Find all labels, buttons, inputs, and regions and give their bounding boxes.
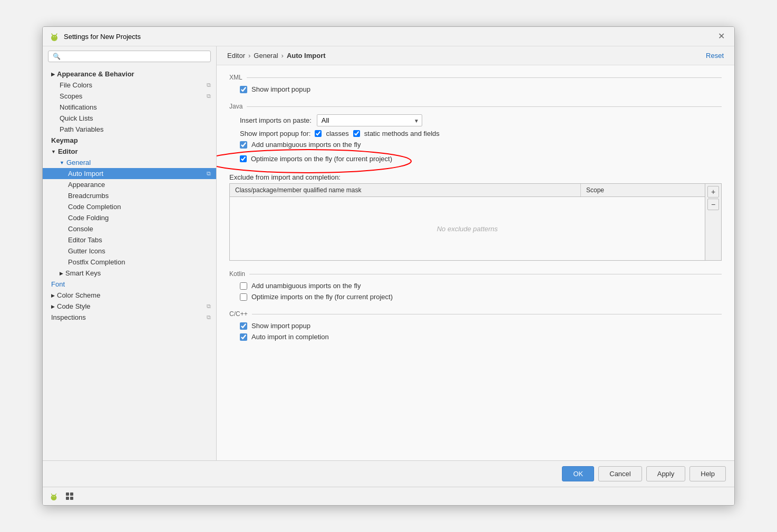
sidebar-item-code-completion[interactable]: Code Completion [43, 201, 216, 212]
copy-icon: ⧉ [207, 314, 211, 321]
insert-imports-label: Insert imports on paste: [240, 116, 312, 124]
svg-line-4 [52, 34, 53, 35]
sidebar-item-font[interactable]: Font [43, 279, 216, 290]
tree-arrow: ▶ [51, 304, 55, 309]
svg-line-11 [52, 494, 53, 496]
settings-dialog: Settings for New Projects ✕ 🔍 ▶ Appearan… [42, 26, 735, 506]
tree-arrow: ▼ [60, 160, 64, 165]
sidebar-item-quick-lists[interactable]: Quick Lists [43, 113, 216, 124]
exclude-section: Exclude from import and completion: Clas… [229, 173, 722, 261]
sidebar-item-file-colors[interactable]: File Colors ⧉ [43, 80, 216, 91]
android-icon-bottom [49, 491, 59, 501]
sidebar-item-auto-import[interactable]: Auto Import ⧉ [43, 168, 216, 179]
sidebar-item-path-variables[interactable]: Path Variables [43, 124, 216, 135]
search-input[interactable] [64, 53, 206, 60]
grid-icon-svg [65, 492, 74, 500]
svg-rect-13 [66, 492, 69, 496]
sidebar-item-editor-tabs[interactable]: Editor Tabs [43, 234, 216, 245]
cpp-show-popup-checkbox[interactable] [240, 322, 247, 330]
classes-label[interactable]: classes [326, 130, 348, 137]
footer-area: OK Cancel Apply Help [43, 460, 734, 505]
kotlin-add-unambiguous-checkbox[interactable] [240, 282, 247, 290]
sidebar-item-gutter-icons[interactable]: Gutter Icons [43, 245, 216, 257]
breadcrumb: Editor › General › Auto Import [227, 52, 326, 60]
kotlin-section: Kotlin Add unambiguous imports on the fl… [229, 270, 722, 301]
sidebar-item-scopes[interactable]: Scopes ⧉ [43, 91, 216, 102]
grid-icon[interactable] [64, 490, 75, 502]
show-popup-row: Show import popup for: classes static me… [240, 130, 722, 137]
android-bottom-icon[interactable] [48, 490, 60, 502]
xml-show-import-popup-row: Show import popup [240, 85, 722, 93]
sidebar-item-inspections[interactable]: Inspections ⧉ [43, 312, 216, 323]
table-body: No exclude patterns [230, 197, 705, 260]
svg-rect-16 [70, 497, 73, 500]
svg-rect-9 [53, 496, 53, 497]
sidebar-item-appearance-behavior[interactable]: ▶ Appearance & Behavior [43, 68, 216, 80]
col-name-mask: Class/package/member qualified name mask [230, 184, 581, 196]
help-button[interactable]: Help [689, 466, 726, 481]
add-exclude-button[interactable]: + [707, 186, 719, 198]
svg-rect-1 [52, 35, 56, 39]
java-add-unambiguous-label[interactable]: Add unambiguous imports on the fly [251, 141, 361, 149]
sidebar-item-appearance[interactable]: Appearance [43, 179, 216, 190]
sidebar-item-general[interactable]: ▼ General [43, 157, 216, 168]
sidebar-item-code-style[interactable]: ▶ Code Style ⧉ [43, 301, 216, 312]
classes-checkbox[interactable] [315, 130, 322, 137]
copy-icon: ⧉ [207, 303, 211, 310]
col-scope: Scope [581, 184, 705, 196]
svg-line-12 [55, 494, 56, 496]
cpp-auto-import-checkbox[interactable] [240, 333, 247, 341]
sidebar-item-breadcrumbs[interactable]: Breadcrumbs [43, 190, 216, 201]
cpp-auto-import-label[interactable]: Auto import in completion [251, 333, 329, 341]
java-add-unambiguous-checkbox[interactable] [240, 141, 247, 149]
xml-show-import-popup-label[interactable]: Show import popup [251, 85, 310, 93]
content-body: XML Show import popup Java Insert import… [217, 65, 734, 460]
reset-button[interactable]: Reset [706, 52, 724, 60]
apply-button[interactable]: Apply [646, 466, 686, 481]
table-buttons: + − [705, 184, 721, 260]
static-methods-label[interactable]: static methods and fields [364, 130, 440, 137]
sidebar-item-postfix-completion[interactable]: Postfix Completion [43, 257, 216, 268]
sidebar-item-keymap[interactable]: Keymap [43, 135, 216, 146]
titlebar-left: Settings for New Projects [49, 31, 141, 42]
table-header: Class/package/member qualified name mask… [230, 184, 705, 197]
cpp-section: C/C++ Show import popup Auto import in c… [229, 310, 722, 341]
cpp-auto-import-row: Auto import in completion [240, 333, 722, 341]
close-button[interactable]: ✕ [715, 31, 728, 42]
remove-exclude-button[interactable]: − [707, 199, 719, 210]
cancel-button[interactable]: Cancel [598, 466, 642, 481]
static-methods-checkbox[interactable] [353, 130, 360, 137]
sidebar-item-color-scheme[interactable]: ▶ Color Scheme [43, 290, 216, 301]
java-optimize-label[interactable]: Optimize imports on the fly (for current… [251, 155, 392, 163]
svg-rect-15 [66, 497, 69, 500]
svg-rect-3 [55, 36, 56, 37]
show-popup-label: Show import popup for: [240, 130, 310, 137]
sidebar-item-editor[interactable]: ▼ Editor [43, 146, 216, 157]
cpp-label: C/C++ [229, 310, 722, 318]
sidebar-item-console[interactable]: Console [43, 223, 216, 234]
search-box: 🔍 [48, 51, 211, 62]
tree-arrow: ▶ [60, 271, 63, 276]
sidebar: 🔍 ▶ Appearance & Behavior File Colors ⧉ … [43, 46, 217, 460]
sidebar-item-code-folding[interactable]: Code Folding [43, 212, 216, 223]
kotlin-add-unambiguous-label[interactable]: Add unambiguous imports on the fly [251, 282, 361, 290]
insert-imports-select[interactable]: All Ask None [317, 114, 422, 126]
java-section: Java Insert imports on paste: All Ask No… [229, 103, 722, 164]
android-icon [49, 31, 60, 42]
sidebar-item-smart-keys[interactable]: ▶ Smart Keys [43, 268, 216, 279]
cpp-show-popup-label[interactable]: Show import popup [251, 322, 310, 330]
xml-show-import-popup-checkbox[interactable] [240, 86, 247, 93]
sidebar-item-notifications[interactable]: Notifications [43, 102, 216, 113]
tree-arrow: ▼ [51, 149, 56, 154]
kotlin-optimize-checkbox[interactable] [240, 293, 247, 301]
kotlin-label: Kotlin [229, 270, 722, 278]
svg-rect-10 [54, 496, 55, 497]
content-header: Editor › General › Auto Import Reset [217, 46, 734, 65]
copy-icon: ⧉ [207, 93, 211, 100]
dialog-title: Settings for New Projects [64, 33, 141, 41]
ok-button[interactable]: OK [562, 466, 594, 481]
kotlin-optimize-label[interactable]: Optimize imports on the fly (for current… [251, 293, 393, 301]
svg-line-5 [56, 34, 57, 35]
java-optimize-checkbox[interactable] [240, 155, 247, 162]
tree-items: ▶ Appearance & Behavior File Colors ⧉ Sc… [43, 66, 216, 325]
